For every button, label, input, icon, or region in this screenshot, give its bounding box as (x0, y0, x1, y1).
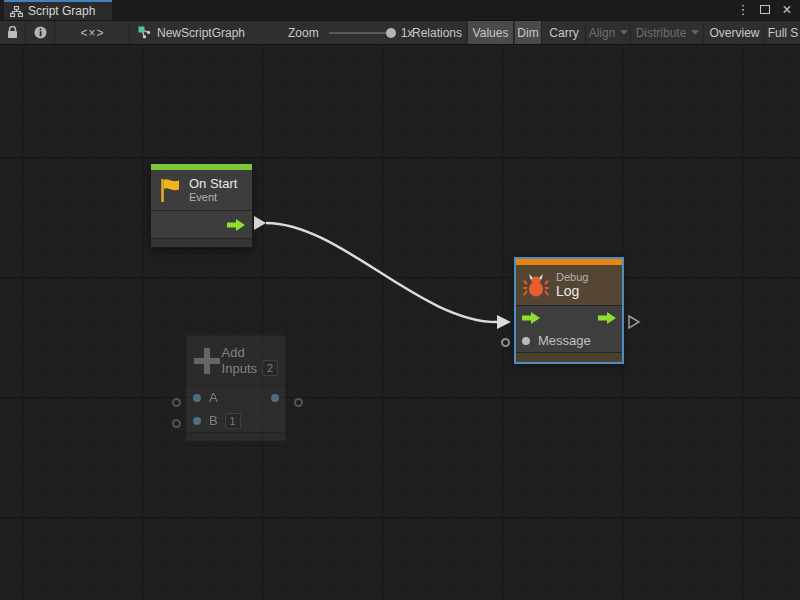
code-view-button[interactable]: <×> (56, 21, 130, 44)
input-a-port[interactable] (193, 394, 201, 402)
info-button[interactable] (27, 21, 55, 44)
node-subtitle: Inputs (222, 361, 257, 376)
values-label: Values (473, 26, 509, 40)
add-titles: Add Inputs 2 (222, 345, 278, 376)
values-button[interactable]: Values (468, 21, 514, 44)
add-header: Add Inputs 2 (187, 336, 285, 385)
align-button[interactable]: Align (587, 21, 631, 44)
node-title: On Start (189, 176, 237, 191)
carry-label: Carry (549, 26, 578, 40)
info-icon (34, 26, 47, 39)
message-outer-port-icon[interactable] (501, 338, 510, 347)
script-graph-icon (10, 6, 23, 17)
window-menu-icon[interactable]: ⋮ (736, 0, 750, 20)
tab-script-graph[interactable]: Script Graph (4, 0, 112, 20)
sum-output-port[interactable] (271, 394, 279, 402)
fullscreen-button[interactable]: Full S (766, 21, 800, 44)
tab-title: Script Graph (28, 4, 95, 18)
message-input-port[interactable] (522, 337, 530, 345)
graph-toolbar: <×> NewScriptGraph Zoom 1x Relations Val… (0, 20, 800, 45)
lock-icon (7, 26, 18, 39)
zoom-control: Zoom 1x (288, 21, 413, 44)
input-a-outer-port-icon[interactable] (172, 398, 181, 407)
add-row-a: A (187, 386, 285, 409)
carry-button[interactable]: Carry (543, 21, 586, 44)
dim-label: Dim (517, 26, 538, 40)
node-title: Log (556, 284, 588, 299)
exec-input-port[interactable] (522, 312, 540, 324)
debug-titles: Debug Log (556, 271, 588, 299)
node-add[interactable]: Add Inputs 2 A B 1 (186, 335, 286, 441)
sum-outer-port-icon[interactable] (294, 398, 303, 407)
input-b-value-field[interactable]: 1 (225, 413, 241, 429)
bug-icon (523, 272, 549, 298)
add-body: A B 1 (187, 385, 285, 432)
graph-asset-icon (138, 26, 151, 39)
exec-output-port[interactable] (227, 219, 245, 231)
debug-header: Debug Log (516, 265, 622, 305)
debug-exec-row (516, 306, 622, 329)
plus-icon (194, 348, 214, 374)
exec-outer-port-icon[interactable] (627, 314, 641, 330)
distribute-label: Distribute (636, 26, 687, 40)
zoom-label: Zoom (288, 26, 319, 40)
node-subtitle: Event (189, 191, 237, 204)
on-start-footer (151, 238, 252, 247)
distribute-button[interactable]: Distribute (632, 21, 704, 44)
node-debug-log[interactable]: Debug Log Message (515, 258, 623, 363)
fullscreen-label: Full S (768, 26, 799, 40)
graph-reference[interactable]: NewScriptGraph (138, 21, 245, 44)
zoom-slider-knob[interactable] (386, 28, 396, 38)
lock-button[interactable] (0, 21, 26, 44)
maximize-icon[interactable] (758, 0, 772, 20)
input-b-port[interactable] (193, 417, 201, 425)
relations-label: Relations (412, 26, 462, 40)
graph-canvas[interactable] (0, 45, 800, 600)
input-b-label: B (209, 413, 218, 428)
on-start-titles: On Start Event (189, 176, 237, 204)
on-start-body (151, 210, 252, 238)
exec-output-port[interactable] (598, 312, 616, 324)
debug-body: Message (516, 305, 622, 352)
debug-footer (516, 352, 622, 362)
overview-label: Overview (709, 26, 759, 40)
flag-icon (158, 177, 182, 203)
dim-button[interactable]: Dim (515, 21, 542, 44)
code-icon: <×> (80, 26, 104, 40)
exec-output-connector-icon[interactable] (254, 216, 266, 230)
relations-button[interactable]: Relations (408, 21, 467, 44)
input-b-outer-port-icon[interactable] (172, 419, 181, 428)
add-row-b: B 1 (187, 409, 285, 432)
message-port-label: Message (538, 333, 591, 348)
overview-button[interactable]: Overview (705, 21, 765, 44)
on-start-header: On Start Event (151, 170, 252, 210)
add-footer (187, 432, 285, 440)
window-controls: ⋮ × (736, 0, 798, 20)
node-on-start[interactable]: On Start Event (150, 163, 253, 248)
chevron-down-icon (620, 30, 628, 35)
graph-name: NewScriptGraph (157, 26, 245, 40)
close-icon[interactable]: × (780, 0, 794, 20)
zoom-slider[interactable] (329, 32, 391, 34)
input-a-label: A (209, 390, 218, 405)
title-bar: Script Graph ⋮ × (0, 0, 800, 20)
node-title: Add (222, 345, 278, 360)
align-label: Align (589, 26, 616, 40)
inputs-count-field[interactable]: 2 (262, 360, 278, 376)
debug-message-row: Message (516, 329, 622, 352)
chevron-down-icon (691, 30, 699, 35)
